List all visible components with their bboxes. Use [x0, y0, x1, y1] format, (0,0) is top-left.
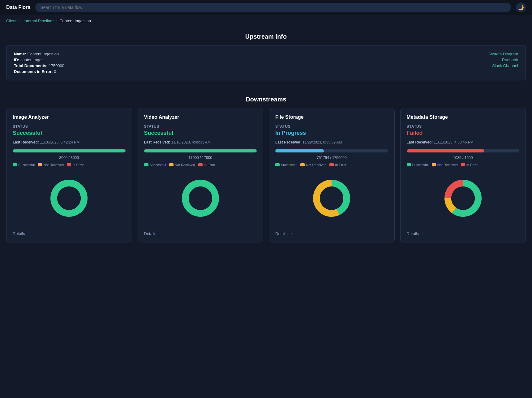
progress-track-metadata-storage [407, 149, 520, 152]
downstreams-section-title: Downstreams [6, 90, 526, 108]
upstream-section-title: Upstream Info [6, 27, 526, 45]
legend-video-analyzer: Successful Not Received In Error [144, 163, 257, 167]
upstream-info-card: Name: Content Ingestion ID: contentInges… [6, 45, 526, 80]
legend-dot-not-received [169, 163, 174, 166]
card-file-storage: File Storage Status In Progress Last Rec… [269, 108, 395, 242]
progress-container-video-analyzer [144, 149, 257, 154]
card-image-analyzer: Image Analyzer Status Successful Last Re… [6, 108, 132, 242]
progress-label-metadata-storage: 1035 / 1500 [407, 156, 520, 160]
status-value-video-analyzer: Successful [144, 130, 257, 136]
details-link-video-analyzer[interactable]: Details → [144, 226, 257, 236]
legend-file-storage: Successful Not Received In Error [275, 163, 388, 167]
legend-dot-in-error [198, 163, 203, 166]
legend-not-received-metadata-storage: Not Received [432, 163, 458, 167]
legend-dot-in-error [67, 163, 71, 166]
legend-dot-in-error [329, 163, 334, 166]
last-received-video-analyzer: Last Received: 11/10/2023, 4:49:33 AM [144, 140, 257, 144]
legend-metadata-storage: Successful Not Received In Error [407, 163, 520, 167]
legend-successful-label: Successful [150, 163, 166, 167]
progress-label-file-storage: 751794 / 1750000 [275, 156, 388, 160]
legend-dot-not-received [432, 163, 436, 166]
progress-label-image-analyzer: 3000 / 3000 [13, 156, 126, 160]
legend-not-received-file-storage: Not Received [300, 163, 326, 167]
status-value-file-storage: In Progress [275, 130, 388, 136]
downstreams-grid: Image Analyzer Status Successful Last Re… [6, 108, 526, 242]
legend-image-analyzer: Successful Not Received In Error [13, 163, 126, 167]
legend-successful-metadata-storage: Successful [407, 163, 429, 167]
legend-in-error-label: In Error [466, 163, 478, 167]
breadcrumb: Clients › Internal Pipelines › Content I… [0, 15, 532, 27]
legend-in-error-label: In Error [335, 163, 346, 167]
legend-successful-label: Successful [412, 163, 429, 167]
breadcrumb-sep-2: › [56, 19, 58, 23]
legend-dot-not-received [38, 163, 42, 166]
last-received-image-analyzer: Last Received: 11/10/2023, 6:42:24 PM [13, 140, 126, 144]
legend-not-received-video-analyzer: Not Received [169, 163, 195, 167]
progress-fill-video-analyzer [144, 149, 257, 152]
details-link-metadata-storage[interactable]: Details → [407, 226, 520, 236]
legend-not-received-label: Not Received [437, 163, 458, 167]
legend-in-error-label: In Error [204, 163, 215, 167]
last-received-metadata-storage: Last Received: 11/11/2023, 4:30:46 PM [407, 140, 520, 144]
upstream-docs-error: Documents in Error: 0 [14, 69, 518, 74]
legend-dot-successful [275, 163, 280, 166]
breadcrumb-current: Content Ingestion [59, 19, 91, 23]
legend-not-received-label: Not Received [175, 163, 195, 167]
progress-container-file-storage [275, 149, 388, 154]
details-link-image-analyzer[interactable]: Details → [13, 226, 126, 236]
donut-chart-image-analyzer [13, 170, 126, 226]
legend-in-error-file-storage: In Error [329, 163, 346, 167]
upstream-links: System Diagram Runbook Slack Channel [488, 52, 518, 68]
upstream-name: Name: Content Ingestion [14, 52, 518, 56]
legend-successful-image-analyzer: Successful [13, 163, 35, 167]
status-label-image-analyzer: Status [13, 124, 126, 129]
status-value-metadata-storage: Failed [407, 130, 520, 136]
legend-in-error-label: In Error [72, 163, 84, 167]
legend-dot-successful [407, 163, 411, 166]
legend-successful-label: Successful [18, 163, 35, 167]
status-label-file-storage: Status [275, 124, 388, 129]
runbook-link[interactable]: Runbook [502, 58, 518, 62]
card-title-video-analyzer: Video Analyzer [144, 114, 257, 120]
legend-in-error-video-analyzer: In Error [198, 163, 215, 167]
details-link-file-storage[interactable]: Details → [275, 226, 388, 236]
breadcrumb-clients[interactable]: Clients [6, 19, 19, 23]
donut-chart-video-analyzer [144, 170, 257, 226]
legend-not-received-label: Not Received [306, 163, 326, 167]
legend-dot-successful [13, 163, 17, 166]
slack-channel-link[interactable]: Slack Channel [492, 63, 518, 68]
progress-label-video-analyzer: 17000 / 17000 [144, 156, 257, 160]
svg-point-1 [57, 186, 81, 210]
card-metadata-storage: Metadata Storage Status Failed Last Rece… [400, 108, 526, 242]
app-title: Data Flora [6, 5, 30, 10]
card-title-file-storage: File Storage [275, 114, 388, 120]
breadcrumb-sep-1: › [20, 19, 22, 23]
progress-fill-image-analyzer [13, 149, 126, 152]
legend-successful-file-storage: Successful [275, 163, 297, 167]
progress-track-image-analyzer [13, 149, 126, 152]
legend-dot-successful [144, 163, 148, 166]
legend-successful-label: Successful [281, 163, 297, 167]
legend-not-received-image-analyzer: Not Received [38, 163, 64, 167]
progress-track-file-storage [275, 149, 388, 152]
progress-container-metadata-storage [407, 149, 520, 154]
last-received-file-storage: Last Received: 11/29/2023, 8:35:59 AM [275, 140, 388, 144]
legend-in-error-image-analyzer: In Error [67, 163, 84, 167]
legend-successful-video-analyzer: Successful [144, 163, 166, 167]
svg-point-3 [189, 186, 212, 210]
card-video-analyzer: Video Analyzer Status Successful Last Re… [138, 108, 264, 242]
breadcrumb-internal-pipelines[interactable]: Internal Pipelines [24, 19, 54, 23]
progress-container-image-analyzer [13, 149, 126, 154]
progress-track-video-analyzer [144, 149, 257, 152]
theme-toggle-button[interactable]: 🌙 [516, 2, 526, 12]
upstream-total-docs: Total Documents: 1750000 [14, 63, 518, 68]
status-label-metadata-storage: Status [407, 124, 520, 129]
card-title-image-analyzer: Image Analyzer [13, 114, 126, 120]
system-diagram-link[interactable]: System Diagram [488, 52, 518, 56]
card-title-metadata-storage: Metadata Storage [407, 114, 520, 120]
legend-dot-not-received [300, 163, 305, 166]
search-input[interactable] [35, 3, 511, 12]
status-value-image-analyzer: Successful [13, 130, 126, 136]
progress-fill-metadata-storage [407, 149, 485, 152]
header: Data Flora 🌙 [0, 0, 532, 15]
